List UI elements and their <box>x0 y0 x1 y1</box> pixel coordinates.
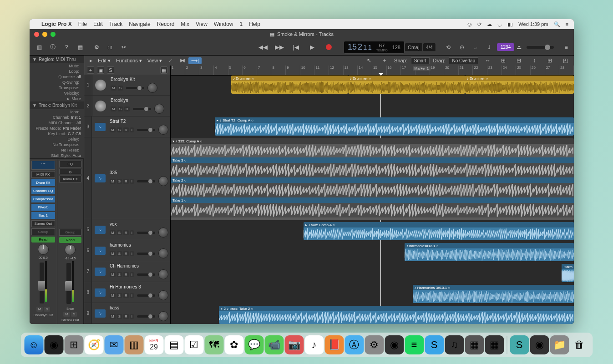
menubar-time[interactable]: Wed 1:39 pm <box>518 21 548 27</box>
region-header[interactable]: ▸ 2 ♪ bass: Take 2 ○ <box>219 306 574 311</box>
track-icon[interactable]: ∿ <box>92 219 108 240</box>
track-name[interactable]: bass <box>110 305 168 310</box>
global-solo-button[interactable]: S <box>107 66 114 74</box>
menu-view[interactable]: View <box>196 21 208 27</box>
nav-icon[interactable]: ⊞ <box>544 56 555 66</box>
take-header[interactable]: Take 1 ○ <box>171 197 574 203</box>
siri-icon[interactable]: ◉ <box>44 335 63 354</box>
output-slot[interactable]: Stereo Out <box>31 220 55 227</box>
track-volume-slider[interactable] <box>137 273 155 276</box>
ruler-bar[interactable]: 25 <box>516 66 531 75</box>
battery-icon[interactable]: ▮▯ <box>507 21 513 27</box>
ruler-bar[interactable]: 28 <box>559 66 574 75</box>
flex-icon[interactable]: ⧓ <box>177 56 188 66</box>
marquee-tool[interactable]: + <box>379 56 390 66</box>
ruler-bar[interactable]: 22 <box>473 66 487 75</box>
track-m-button[interactable]: M <box>110 251 116 256</box>
track-icon[interactable]: ∿ <box>92 261 108 282</box>
menu-file[interactable]: File <box>78 21 87 27</box>
edit-menu[interactable]: Edit ▾ <box>98 58 111 64</box>
calendar-icon[interactable]: MAR29 <box>144 335 163 354</box>
ruler-bar[interactable]: 1 <box>171 66 185 75</box>
track-pan-knob[interactable] <box>158 290 168 300</box>
finder-icon[interactable]: ☺ <box>24 335 43 354</box>
region-header[interactable]: ▸ ♪ Strat T2: Comp A ○ <box>215 117 574 123</box>
metronome-button[interactable]: ⏏ <box>517 42 522 53</box>
midifx-slot[interactable]: MIDI FX <box>31 171 55 178</box>
position-tick[interactable]: 1 <box>368 43 371 51</box>
app-icon[interactable]: ▦ <box>465 335 484 354</box>
track-volume-slider[interactable] <box>126 87 144 89</box>
track-pan-knob[interactable] <box>158 311 168 321</box>
region[interactable]: ♪ Harm ○ <box>562 264 574 282</box>
region-header[interactable]: ♪ Drummer ○ <box>348 76 465 81</box>
help-button[interactable]: ? <box>61 42 72 53</box>
ruler-bar[interactable]: 10 <box>300 66 315 75</box>
volume-fader[interactable] <box>66 263 71 304</box>
duplicate-track-button[interactable]: ▣ <box>97 66 104 74</box>
track-header[interactable]: 1 Brooklyn Kit MS <box>84 75 170 96</box>
nav-icon[interactable]: ⊞ <box>498 56 509 66</box>
ruler[interactable]: 1234567891011121314151617181920212223242… <box>171 66 574 76</box>
inspector-row[interactable]: Quantizeoff <box>30 74 84 80</box>
track-pan-knob[interactable] <box>158 269 168 279</box>
inspector-button[interactable]: ⓘ <box>47 42 58 53</box>
ruler-bar[interactable]: 11 <box>314 66 329 75</box>
track-s-button[interactable]: S <box>117 230 122 235</box>
ruler-bar[interactable]: 7 <box>257 66 272 75</box>
take-header[interactable]: Take 2 ○ <box>171 177 574 183</box>
track-header[interactable]: 6 ∿ harmonies MSRI <box>84 240 170 261</box>
pan-knob[interactable] <box>65 244 76 255</box>
track-r-button[interactable]: R <box>123 179 129 184</box>
ruler-bar[interactable]: 6 <box>243 66 257 75</box>
inspector-row[interactable]: No Reset: <box>30 147 84 153</box>
count-in-button[interactable]: ♩ <box>484 42 495 53</box>
reminders-icon[interactable]: ☑ <box>184 335 203 354</box>
track-name[interactable]: 335 <box>110 170 168 175</box>
inspector-row[interactable]: Transpose: <box>30 85 84 91</box>
track-icon[interactable]: ∿ <box>92 303 108 324</box>
track-inspector-header[interactable]: ▼ Track: Brooklyn Kit <box>30 101 84 109</box>
contacts-icon[interactable]: ▥ <box>124 335 143 354</box>
track-name[interactable]: Ch Harmonies <box>110 263 168 268</box>
photos-icon[interactable]: ✿ <box>224 335 243 354</box>
region[interactable]: ♪ Drummer ○ <box>465 76 574 94</box>
position-div[interactable]: 1 <box>363 43 367 51</box>
notes-icon[interactable]: ▤ <box>164 335 183 354</box>
forward-button[interactable]: ▶▶ <box>274 42 285 53</box>
eq-slot[interactable]: EQ <box>59 161 81 167</box>
status-icon[interactable]: ☁ <box>487 21 492 27</box>
menu-record[interactable]: Record <box>157 21 175 27</box>
library-button[interactable]: ▥ <box>34 42 45 53</box>
inspector-row[interactable]: MIDI Channel:All <box>30 120 84 126</box>
skype-icon[interactable]: S <box>425 335 444 354</box>
position-bar[interactable]: 15 <box>348 42 357 52</box>
region-header[interactable]: ♪ Harmonies 3#10.1 ○ <box>413 285 574 290</box>
track-m-button[interactable]: M <box>110 127 116 132</box>
track-header[interactable]: 3 ∿ Strat T2 MSRI <box>84 116 170 137</box>
track-volume-slider[interactable] <box>137 294 155 297</box>
region[interactable]: ▸ ♪ vox: Comp A ○ <box>304 222 574 240</box>
track-i-button[interactable]: I <box>130 314 134 319</box>
track-s-button[interactable]: S <box>118 86 123 91</box>
ruler-bar[interactable]: 21 <box>459 66 473 75</box>
wifi-icon[interactable]: ◡ <box>497 21 502 27</box>
track-list-icon[interactable]: ▸ <box>87 56 95 66</box>
inspector-row[interactable]: Channel:Inst 1 <box>30 115 84 120</box>
ruler-bar[interactable]: 24 <box>502 66 517 75</box>
track-volume-slider[interactable] <box>137 253 155 255</box>
nav-icon[interactable]: ◰ <box>560 56 571 66</box>
ruler-bar[interactable]: 23 <box>487 66 502 75</box>
inspector-row[interactable]: Freeze Mode:Pre Fader <box>30 126 84 131</box>
fx-slot[interactable]: PlVerb <box>31 204 55 211</box>
marker[interactable]: Marker 1 <box>413 66 431 71</box>
inspector-row[interactable]: No Transpose: <box>30 142 84 147</box>
ruler-bar[interactable]: 19 <box>430 66 445 75</box>
track-pan-knob[interactable] <box>158 176 168 186</box>
track-name[interactable]: Strat T2 <box>110 119 168 124</box>
region[interactable]: ♪ Drummer ○ <box>348 76 465 94</box>
app-icon[interactable]: S <box>510 335 529 354</box>
search-icon[interactable]: 🔍 <box>554 21 560 27</box>
ruler-bar[interactable]: 20 <box>444 66 459 75</box>
track-m-button[interactable]: M <box>110 314 116 319</box>
